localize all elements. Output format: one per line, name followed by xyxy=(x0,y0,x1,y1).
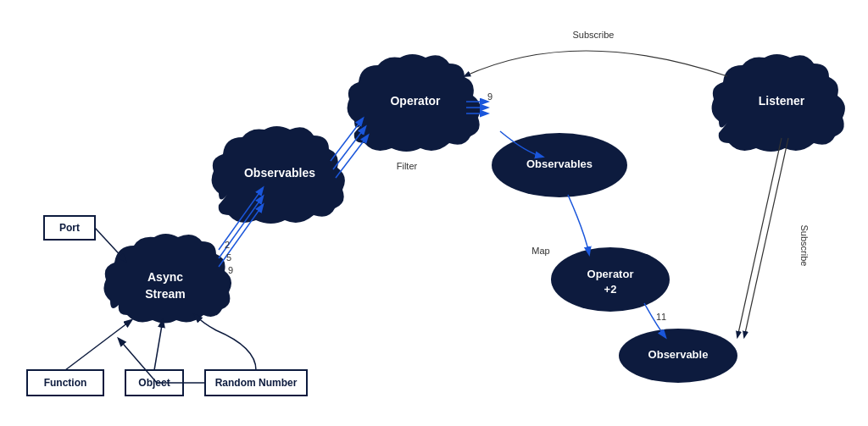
random-number-label: Random Number xyxy=(215,377,298,389)
async-stream-node: Async Stream xyxy=(103,234,231,324)
svg-line-9 xyxy=(154,320,163,370)
observables-left-label: Observables xyxy=(244,166,315,180)
async-stream-label2: Stream xyxy=(145,287,185,301)
diagram: Async Stream Observables Operator Listen… xyxy=(0,0,868,426)
observables-right-node: Observables xyxy=(492,133,627,197)
operator-top-label: Operator xyxy=(390,94,441,108)
port-label: Port xyxy=(59,222,80,234)
num9a-label: 9 xyxy=(228,265,233,275)
observable-bottom-label: Observable xyxy=(648,348,709,361)
function-box: Function xyxy=(27,370,103,396)
svg-line-8 xyxy=(65,320,131,370)
operator-plus2-node: Operator +2 xyxy=(551,247,670,312)
num11-label: 11 xyxy=(656,312,666,322)
random-number-box: Random Number xyxy=(205,370,307,396)
listener-label: Listener xyxy=(759,94,805,108)
port-box: Port xyxy=(44,216,95,240)
observables-left-node: Observables xyxy=(212,126,345,224)
operator-plus2-label: Operator xyxy=(587,268,634,280)
listener-node: Listener xyxy=(712,54,845,152)
subscribe-right-label: Subscribe xyxy=(799,225,810,267)
num5-label: 5 xyxy=(226,252,231,263)
map-label: Map xyxy=(531,246,549,256)
observable-bottom-node: Observable xyxy=(619,329,737,383)
observables-right-label: Observables xyxy=(526,158,593,170)
operator-plus2-label2: +2 xyxy=(604,283,617,296)
num9b-label: 9 xyxy=(487,91,492,102)
subscribe-top-label: Subscribe xyxy=(573,30,615,40)
svg-line-7 xyxy=(95,228,125,261)
function-label: Function xyxy=(44,377,87,389)
async-stream-label: Async xyxy=(147,270,183,284)
num2-label: 2 xyxy=(225,240,230,250)
filter-label: Filter xyxy=(397,161,418,171)
